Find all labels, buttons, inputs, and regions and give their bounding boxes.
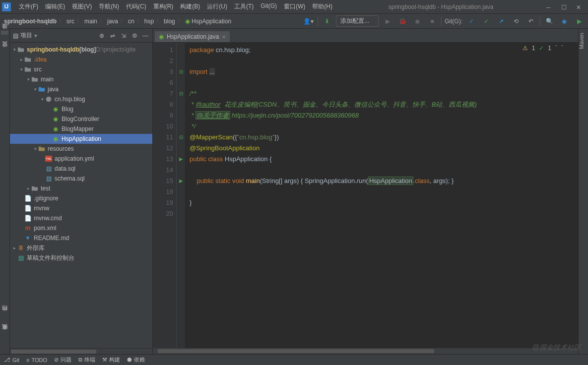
tree-node[interactable]: 📄mvnw.cmd [10, 213, 152, 223]
search-icon[interactable]: 🔍 [543, 15, 555, 27]
tab-close-icon[interactable]: ✕ [222, 34, 226, 40]
menu-帮助(H)[interactable]: 帮助(H) [309, 1, 335, 12]
rail-structure[interactable]: 结构 [1, 313, 8, 317]
user-icon[interactable]: 👤▾ [303, 15, 315, 27]
history-icon[interactable]: ⟲ [510, 15, 522, 27]
services-icon[interactable]: ▶ [573, 15, 585, 27]
crumb[interactable]: java [106, 18, 119, 25]
run-gutter: ⊟ ⊟ ⊟ ▶ ▶ [177, 43, 186, 348]
sidebar-title-text: 项目 [20, 31, 32, 40]
menu-编辑(E)[interactable]: 编辑(E) [42, 1, 68, 12]
tree-node[interactable]: ▼README.md [10, 233, 152, 243]
editor[interactable]: 1236789101112131415181920 ⊟ ⊟ ⊟ ▶ ▶ pack… [153, 43, 578, 348]
rail-commit[interactable]: 提交 [1, 50, 8, 54]
crumb[interactable]: hsp [143, 18, 155, 25]
rail-favorites[interactable]: 收藏夹 [1, 332, 8, 336]
settings-icon[interactable]: ◉ [558, 15, 570, 27]
tree-node[interactable]: ▾cn.hsp.blog [10, 94, 152, 104]
editor-scrollbar[interactable] [153, 348, 578, 354]
tree-class-BlogMapper[interactable]: ◉BlogMapper [10, 124, 152, 134]
toolwin-依赖[interactable]: ⬢ 依赖 [127, 356, 145, 364]
editor-tab[interactable]: ◉ HspApplication.java ✕ [155, 31, 230, 42]
crumb[interactable]: blog [163, 18, 176, 25]
tree-class-HspApplication[interactable]: ◉HspApplication [10, 134, 152, 144]
tree-node[interactable]: ▤草稿文件和控制台 [10, 253, 152, 263]
menu-代码(C)[interactable]: 代码(C) [123, 1, 149, 12]
hammer-icon[interactable]: ⬇ [321, 15, 333, 27]
tree-node[interactable]: ▾main [10, 74, 152, 84]
menu-导航(N)[interactable]: 导航(N) [96, 1, 122, 12]
hide-icon[interactable]: — [141, 32, 149, 40]
svg-point-0 [46, 97, 52, 102]
tree-node[interactable]: mpom.xml [10, 223, 152, 233]
crumb[interactable]: ◉ HspApplication [184, 18, 232, 25]
window-title: springboot-hsqldb - HspApplication.java [335, 3, 546, 10]
crumb[interactable]: main [83, 18, 98, 25]
menu-视图(V)[interactable]: 视图(V) [69, 1, 95, 12]
inspection-hints[interactable]: ⚠1 ✓1 ˆ ˇ [523, 45, 563, 52]
code-area[interactable]: package cn.hsp.blog; import ... /** * @a… [186, 43, 578, 348]
maximize-icon[interactable]: ☐ [561, 4, 567, 10]
menu-运行(U)[interactable]: 运行(U) [204, 1, 230, 12]
target-icon[interactable]: ⊕ [98, 32, 106, 40]
rail-maven[interactable]: Maven [579, 31, 585, 51]
project-icon: ▤ [13, 32, 18, 39]
separator [540, 17, 540, 26]
tree-node[interactable]: ▸.idea [10, 55, 152, 64]
tree-node[interactable]: 📄.gitignore [10, 193, 152, 203]
tree-node[interactable]: YMLapplication.yml [10, 154, 152, 164]
menu-重构(R)[interactable]: 重构(R) [150, 1, 177, 12]
tree-class-BlogController[interactable]: ◉BlogController [10, 114, 152, 124]
git-push-icon[interactable]: ↗ [495, 15, 507, 27]
tree-node[interactable]: ▤schema.sql [10, 174, 152, 183]
left-tool-rail: 项目 提交 结构 收藏夹 [0, 29, 10, 354]
tree-node[interactable]: ▾resources [10, 144, 152, 154]
app-logo: IJ [2, 2, 11, 11]
menu-构建(B)[interactable]: 构建(B) [177, 1, 203, 12]
crumb[interactable]: src [65, 18, 75, 25]
debug-icon[interactable]: 🐞 [396, 15, 408, 27]
menu-窗口(W)[interactable]: 窗口(W) [281, 1, 308, 12]
crumb[interactable]: springboot-hsqldb [3, 18, 58, 25]
tree-root[interactable]: ▾springboot-hsqldb [blog] D:\projects\gi… [10, 45, 152, 55]
toolwin-TODO[interactable]: ≡ TODO [26, 357, 47, 363]
coverage-icon[interactable]: ◉ [411, 15, 423, 27]
rail-project[interactable]: 项目 [1, 31, 8, 35]
toolwin-构建[interactable]: ⚒ 构建 [102, 356, 120, 364]
tree-node[interactable]: ▤data.sql [10, 164, 152, 174]
expand-icon[interactable]: ⇲ [120, 32, 128, 40]
editor-tabs: ◉ HspApplication.java ✕ [153, 29, 578, 43]
chevron-down-icon[interactable]: ˇ [561, 45, 563, 52]
tree-node[interactable]: ▾java [10, 84, 152, 94]
options-icon[interactable]: ⚙ [131, 32, 138, 40]
toolwin-终端[interactable]: ⧉ 终端 [78, 356, 95, 364]
tree-node[interactable]: ▾src [10, 64, 152, 74]
stop-icon[interactable]: ■ [426, 15, 438, 27]
run-config-select[interactable]: 添加配置... [336, 15, 379, 27]
menu-文件(F)[interactable]: 文件(F) [16, 1, 41, 12]
tree-class-Blog[interactable]: ◉Blog [10, 104, 152, 114]
git-update-icon[interactable]: ✓ [465, 15, 477, 27]
tree-node[interactable]: ▸test [10, 183, 152, 193]
close-icon[interactable]: ✕ [576, 4, 582, 10]
collapse-icon[interactable]: ⇌ [109, 32, 117, 40]
minimize-icon[interactable]: ─ [546, 4, 552, 10]
menu-Git(G)[interactable]: Git(G) [258, 1, 280, 12]
menu-工具(T)[interactable]: 工具(T) [231, 1, 257, 12]
tree-node[interactable]: ▸Ⅲ外部库 [10, 243, 152, 253]
run-icon[interactable]: ▶ [382, 15, 393, 27]
chevron-up-icon[interactable]: ˆ [555, 45, 557, 52]
toolwin-问题[interactable]: ⊘ 问题 [54, 356, 71, 364]
toolwin-Git[interactable]: ⎇ Git [4, 357, 19, 363]
git-label: Git(G): [445, 18, 462, 25]
rollback-icon[interactable]: ↶ [525, 15, 537, 27]
git-commit-icon[interactable]: ✓ [480, 15, 492, 27]
tree-node[interactable]: 📄mvnw [10, 203, 152, 213]
spring-icon: ◉ [159, 33, 164, 40]
right-tool-rail: Maven [578, 29, 588, 354]
tab-filename: HspApplication.java [167, 33, 219, 40]
sidebar-scrollbar[interactable] [10, 348, 152, 354]
crumb[interactable]: cn [127, 18, 135, 25]
warning-icon: ⚠ [523, 45, 528, 52]
line-gutter: 1236789101112131415181920 [153, 43, 177, 348]
